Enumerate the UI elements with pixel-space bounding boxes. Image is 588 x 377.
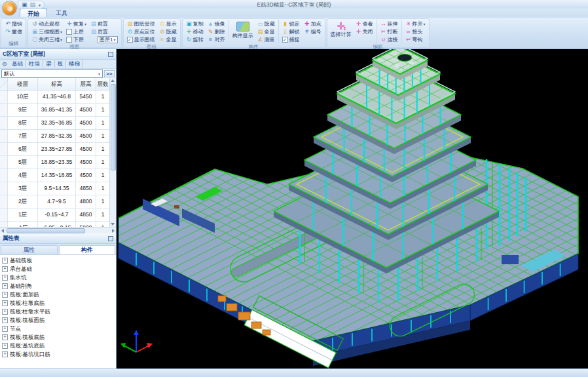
ribbon-button[interactable]: ✚加点 [302, 20, 323, 28]
expand-icon[interactable]: + [2, 317, 8, 323]
ribbon-button[interactable]: #编号 [302, 28, 323, 35]
floor-table-row[interactable]: 4层14.35~18.8545001 [0, 169, 116, 182]
pin-icon[interactable] [108, 52, 113, 57]
floor-table-row[interactable]: 1层-0.15~4.748501 [0, 208, 116, 222]
expand-icon[interactable]: + [2, 343, 8, 349]
ribbon-button[interactable]: ▥后置 [88, 28, 119, 35]
floor-table-row[interactable]: -1层-6.05~-0.1559001 [0, 222, 116, 227]
horizontal-scrollbar[interactable] [0, 227, 116, 233]
pin-icon[interactable] [108, 236, 113, 241]
floor-table-row[interactable]: 10层41.35~46.854501 [0, 90, 116, 104]
tree-item[interactable]: +筏板:柱墩底筋 [0, 299, 116, 308]
tree-item[interactable]: +筏板:筏板底筋 [0, 333, 116, 342]
ribbon-button[interactable]: ▭隐藏 [255, 20, 277, 28]
expand-icon[interactable]: + [2, 300, 8, 306]
floor-table-row[interactable]: 7层27.85~32.3545001 [0, 130, 116, 143]
expand-icon[interactable]: + [2, 351, 8, 357]
ribbon-button[interactable]: ↷重做 [3, 28, 24, 35]
scroll-right-icon[interactable] [112, 229, 115, 233]
tree-item[interactable]: +筏板:基坑底筋 [0, 342, 116, 350]
layer-combobox[interactable]: 图层1▾ [98, 36, 117, 43]
checkbox-icon[interactable] [66, 29, 72, 35]
tree-item[interactable]: +筏板:面加筋 [0, 290, 116, 299]
ribbon-button[interactable]: ∞接头 [403, 28, 428, 35]
save-icon[interactable]: ▣ [22, 2, 28, 8]
tree-item[interactable]: +筏板:筏板面筋 [0, 316, 116, 325]
ribbon-button[interactable]: ▮锁定 [280, 20, 302, 28]
scrollbar-thumb[interactable] [7, 228, 85, 233]
expand-icon[interactable]: + [2, 283, 8, 289]
expand-icon[interactable]: + [2, 258, 8, 264]
expand-icon[interactable]: + [2, 326, 8, 332]
category-tab[interactable]: 柱墙 [26, 60, 43, 68]
category-tab[interactable]: 楼梯 [66, 60, 83, 68]
ribbon-button[interactable]: ✛移动 [184, 28, 206, 35]
preset-combobox[interactable]: 默认 ▾ [1, 69, 103, 78]
tab-components[interactable]: 构件 [59, 245, 116, 254]
expand-panel-button[interactable]: >> [104, 70, 115, 77]
floor-table-row[interactable]: 2层4.7~9.548001 [0, 195, 116, 208]
ribbon-button[interactable]: ▢关闭三维▾ [29, 35, 64, 43]
checkbox-icon[interactable]: ✓ [282, 37, 288, 43]
tree-item[interactable]: +筏板:柱墩水平筋 [0, 308, 116, 316]
ribbon-button[interactable]: ▣三维视图▾ [29, 28, 64, 35]
expand-icon[interactable]: + [2, 275, 8, 281]
ribbon-button[interactable]: ✛恢复▾ [64, 20, 88, 28]
viewport-3d[interactable] [117, 49, 588, 368]
category-tab[interactable]: 板 [55, 60, 67, 68]
ribbon-button[interactable]: ∪连接 [378, 35, 400, 43]
floor-table-row[interactable]: 3层9.5~14.3548501 [0, 182, 116, 195]
ribbon-button[interactable]: ✳炸开▾ [403, 20, 428, 28]
tree-item[interactable]: +节点 [0, 325, 116, 333]
scroll-down-icon[interactable] [111, 223, 115, 226]
ribbon-button[interactable]: ✛Σ选择计算 [329, 20, 354, 37]
app-logo-button[interactable] [2, 1, 17, 16]
ribbon-button[interactable]: ▤前置 [88, 20, 119, 28]
ribbon-tab[interactable]: 工具 [48, 9, 75, 17]
qat-customize-icon[interactable]: ▾ [39, 3, 41, 7]
scrollbar-thumb[interactable] [111, 84, 116, 170]
ribbon-button[interactable]: ▲镜像 [206, 20, 227, 28]
ribbon-button[interactable]: ↶撤销 [3, 20, 24, 28]
ribbon-button[interactable]: ≡对齐 [206, 35, 227, 43]
ribbon-button[interactable]: ⊘隐藏 [157, 28, 179, 35]
floor-table-row[interactable]: 9层36.85~41.3545001 [0, 104, 116, 117]
tree-item[interactable]: +基础削角 [0, 282, 116, 290]
ribbon-button[interactable]: ∠测量 [255, 35, 277, 43]
expand-icon[interactable]: + [2, 292, 8, 298]
tree-item[interactable]: +承台基础 [0, 265, 116, 273]
scroll-left-icon[interactable] [1, 229, 4, 233]
expand-icon[interactable]: + [2, 266, 8, 272]
tab-properties[interactable]: 属性 [1, 245, 58, 254]
floor-table-row[interactable]: 8层32.35~36.8545001 [0, 117, 116, 130]
tree-item[interactable]: +基础筏板 [0, 256, 116, 265]
ribbon-button[interactable]: ↺动态观察 [29, 20, 64, 28]
ribbon-button[interactable]: 构件显示 [230, 20, 255, 39]
floor-table-row[interactable]: 6层23.35~27.8545001 [0, 143, 116, 156]
ribbon-button[interactable]: ⊙显示 [157, 20, 179, 28]
category-tab[interactable]: 梁 [43, 60, 55, 68]
ribbon-button[interactable]: 上层 [64, 28, 88, 35]
ribbon-button[interactable]: ✛查看 [354, 20, 375, 28]
ribbon-button[interactable]: ✓捕捉 [280, 35, 302, 43]
ribbon-button[interactable]: ▤全显 [255, 28, 277, 35]
print-icon[interactable]: ▤ [30, 2, 36, 8]
expand-icon[interactable]: + [2, 309, 8, 315]
gear-icon[interactable]: ⚙ [0, 61, 9, 68]
ribbon-button[interactable]: ▯解锁 [280, 28, 302, 35]
ribbon-button[interactable]: ↩弯钩 [403, 35, 428, 43]
ribbon-button[interactable]: ▣复制 [184, 20, 206, 28]
vertical-scrollbar[interactable] [109, 78, 116, 227]
ribbon-button[interactable]: ↔延伸 [378, 20, 400, 28]
expand-icon[interactable]: + [2, 334, 8, 340]
ribbon-button[interactable]: 下层 [64, 35, 88, 43]
ribbon-button[interactable]: ↻旋转 [184, 35, 206, 43]
checkbox-icon[interactable] [66, 37, 72, 43]
ribbon-button[interactable]: ✎删除 [206, 28, 227, 35]
floor-table-row[interactable]: 5层18.85~23.3545001 [0, 156, 116, 169]
ribbon-tab[interactable]: 开始 [20, 9, 47, 17]
ribbon-button[interactable]: ⊙原点定位 [125, 28, 157, 35]
category-tab[interactable]: 基础 [9, 60, 26, 68]
tree-item[interactable]: +筏板:基坑坑口筋 [0, 350, 116, 359]
ribbon-button[interactable]: ✛关闭 [354, 28, 375, 35]
